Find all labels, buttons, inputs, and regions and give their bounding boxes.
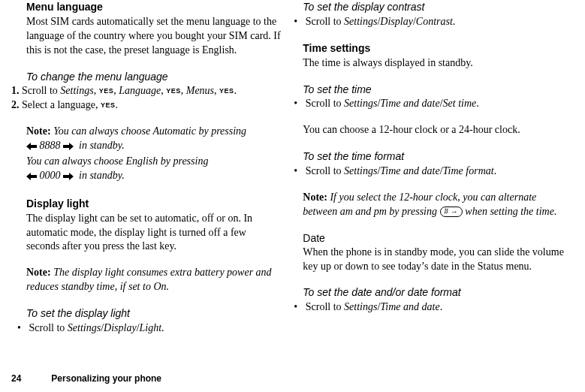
note1-code-8888: 8888 [40,140,61,151]
note-automatic-english: Note: You can always choose Automatic by… [26,125,282,185]
step-1: 1. Scroll to Settings, YES, Language, YE… [11,84,282,98]
step1-settings: Settings [60,85,93,96]
yes-key: YES [99,87,114,95]
bullet-item: Scroll to Settings/Display/Light. [17,321,282,336]
heading-set-display-contrast: To set the display contrast [303,0,570,14]
yes-key: YES [101,101,116,109]
step1-language: Language [119,85,161,96]
svg-marker-3 [63,173,74,180]
heading-change-menu-language: To change the menu language [26,70,282,84]
heading-display-light: Display light [26,197,282,211]
step1-menus: Menus [186,85,214,96]
note1-line1b: in standby. [79,140,125,151]
para-display-light: The display light can be set to automati… [26,212,282,255]
para-clock-choice: You can choose a 12-hour clock or a 24-h… [303,123,570,137]
heading-menu-language: Menu language [26,0,282,14]
heading-set-display-light: To set the display light [26,306,282,321]
para-date: When the phone is in standby mode, you c… [303,246,570,274]
steps-change-language: 1. Scroll to Settings, YES, Language, YE… [11,84,282,113]
bullet-item: Scroll to Settings/Display/Contrast. [294,15,570,29]
note-display-light: Note: The display light consumes extra b… [26,266,282,294]
note1-line2: You can always choose English by pressin… [26,155,282,169]
step-2: 2. Select a language, YES. [11,98,282,113]
footer-title: Personalizing your phone [51,372,161,384]
bullet-item: Scroll to Settings/Time and date. [294,300,570,315]
yes-key: YES [219,87,234,95]
heading-set-time-format: To set the time format [303,149,570,164]
para-menu-language: Most SIM cards automatically set the men… [26,15,282,58]
bullet-item: Scroll to Settings/Time and date/Set tim… [294,97,570,111]
bullet-set-time: Scroll to Settings/Time and date/Set tim… [294,97,570,111]
heading-time-settings: Time settings [303,41,570,56]
note1-line2b: in standby. [79,170,125,181]
note-label: Note: [26,267,51,278]
bullet-set-date: Scroll to Settings/Time and date. [294,300,570,315]
hash-key-icon: # → [440,207,463,217]
svg-marker-2 [26,173,37,180]
right-arrow-icon [63,170,74,185]
right-arrow-icon [63,140,74,155]
svg-marker-1 [63,143,74,150]
bullet-item: Scroll to Settings/Time and date/Time fo… [294,164,570,179]
heading-date: Date [303,231,570,246]
left-arrow-icon [26,170,37,185]
note3-b: when setting the time. [463,206,557,217]
note2-text: The display light consumes extra battery… [26,267,272,292]
heading-set-time: To set the time [303,83,570,97]
yes-key: YES [166,87,181,95]
note-12hour: Note: If you select the 12-hour clock, y… [303,191,570,219]
svg-marker-0 [26,143,37,150]
left-arrow-icon [26,140,37,155]
note1-line1: You can always choose Automatic by press… [53,125,246,137]
note-label: Note: [303,191,327,203]
note-label: Note: [26,125,51,137]
right-column: To set the display contrast Scroll to Se… [300,0,570,336]
bullet-set-display-contrast: Scroll to Settings/Display/Contrast. [294,15,570,29]
bullet-set-display-light: Scroll to Settings/Display/Light. [17,321,282,336]
left-column: Menu language Most SIM cards automatical… [11,0,282,336]
para-time-settings: The time is always displayed in standby. [303,56,570,71]
page-footer: 24 Personalizing your phone [11,372,161,384]
note1-code-0000: 0000 [40,170,61,181]
page-number: 24 [11,372,21,384]
step2-text-a: Select a language, [22,99,101,110]
step1-text-a: Scroll to [22,85,60,96]
bullet-set-time-format: Scroll to Settings/Time and date/Time fo… [294,164,570,179]
heading-set-date: To set the date and/or date format [303,285,570,300]
